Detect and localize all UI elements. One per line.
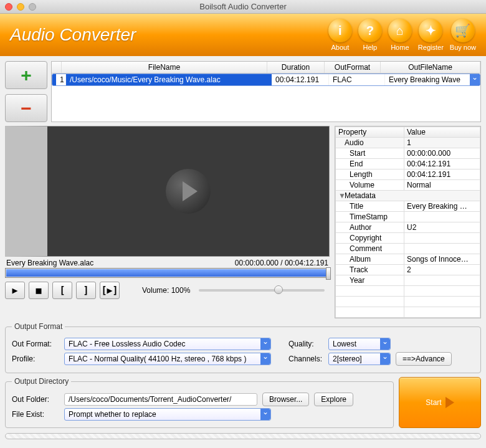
mark-in-button[interactable]: [ <box>52 282 72 299</box>
cart-icon: 🛒 <box>451 19 475 42</box>
minimize-icon[interactable] <box>17 3 24 11</box>
prop-col-value[interactable]: Value <box>404 127 480 138</box>
preview-area <box>5 126 330 257</box>
quality-select[interactable]: Lowest <box>328 338 391 350</box>
col-outformat[interactable]: OutFormat <box>325 62 381 73</box>
app-header: Audio Converter iAbout ?Help ⌂Home ✦Regi… <box>0 14 486 56</box>
help-button[interactable]: ?Help <box>358 19 382 51</box>
info-icon: i <box>328 19 352 42</box>
header-buttons: iAbout ?Help ⌂Home ✦Register 🛒Buy now <box>328 19 476 51</box>
key-icon: ✦ <box>419 19 442 42</box>
file-list-header: FileName Duration OutFormat OutFileName <box>52 62 480 74</box>
channels-label: Channels: <box>288 355 323 363</box>
timecode: 00:00:00.000 / 00:04:12.191 <box>235 259 328 267</box>
register-button[interactable]: ✦Register <box>418 19 444 51</box>
volume-label: Volume: 100% <box>142 286 190 295</box>
home-button[interactable]: ⌂Home <box>388 19 412 51</box>
browser-button[interactable]: Browser... <box>262 393 309 406</box>
chevron-down-icon[interactable]: ▼ <box>338 191 345 200</box>
explore-button[interactable]: Explore <box>314 393 353 406</box>
play-range-button[interactable]: [▶] <box>100 282 120 299</box>
play-overlay-button[interactable] <box>166 169 211 214</box>
progress-bar <box>5 433 481 439</box>
volume-slider[interactable] <box>199 289 325 292</box>
buy-button[interactable]: 🛒Buy now <box>450 19 476 51</box>
col-outfilename[interactable]: OutFileName <box>381 62 480 73</box>
fileexist-label: File Exist: <box>12 410 59 419</box>
play-button[interactable]: ▶ <box>5 282 25 299</box>
app-title: Audio Converter <box>10 25 136 45</box>
file-list[interactable]: FileName Duration OutFormat OutFileName … <box>51 61 481 122</box>
profile-select[interactable]: FLAC - Normal Quality( 44100 Hz, stereo … <box>64 353 271 365</box>
col-duration[interactable]: Duration <box>267 62 325 73</box>
table-row[interactable]: 1 /Users/coco/Music/Every Breaking Wave.… <box>52 74 480 86</box>
output-directory-legend: Output Directory <box>12 377 71 386</box>
help-icon: ? <box>358 19 382 42</box>
prop-col-key[interactable]: Property <box>336 127 404 138</box>
window-title: Boilsoft Audio Converter <box>0 2 486 11</box>
about-button[interactable]: iAbout <box>328 19 352 51</box>
now-playing-filename: Every Breaking Wave.alac <box>6 259 93 267</box>
maximize-icon <box>29 3 36 11</box>
quality-label: Quality: <box>288 340 323 348</box>
close-icon[interactable] <box>5 3 12 11</box>
output-format-legend: Output Format <box>12 322 65 331</box>
play-icon <box>446 397 454 408</box>
home-icon: ⌂ <box>388 19 412 42</box>
window-controls <box>5 3 36 11</box>
profile-label: Profile: <box>12 355 59 363</box>
output-format-group: Output Format Out Format: FLAC - Free Lo… <box>5 322 481 373</box>
output-directory-group: Output Directory Out Folder: /Users/coco… <box>5 377 394 428</box>
remove-file-button[interactable]: − <box>5 94 47 122</box>
slider-thumb[interactable] <box>274 285 283 294</box>
properties-panel: PropertyValue Audio1 Start00:00:00.000 E… <box>335 126 481 318</box>
channels-select[interactable]: 2[stereo] <box>328 353 391 365</box>
outformat-label: Out Format: <box>12 340 59 348</box>
col-filename[interactable]: FileName <box>62 62 267 73</box>
fileexist-select[interactable]: Prompt whether to replace <box>64 408 271 421</box>
titlebar: Boilsoft Audio Converter <box>0 0 486 14</box>
stop-button[interactable]: ■ <box>29 282 49 299</box>
start-button[interactable]: Start <box>399 377 481 428</box>
outformat-select[interactable]: FLAC - Free Lossless Audio Codec <box>64 338 271 350</box>
advance-button[interactable]: ==>Advance <box>396 352 452 366</box>
seek-thumb[interactable] <box>326 267 331 280</box>
outfolder-label: Out Folder: <box>12 395 59 404</box>
mark-out-button[interactable]: ] <box>76 282 96 299</box>
play-icon <box>183 181 198 201</box>
outfolder-field[interactable]: /Users/coco/Documents/Torrent_AudioConve… <box>64 393 257 406</box>
add-file-button[interactable]: + <box>5 61 47 89</box>
seek-bar[interactable] <box>5 268 330 278</box>
